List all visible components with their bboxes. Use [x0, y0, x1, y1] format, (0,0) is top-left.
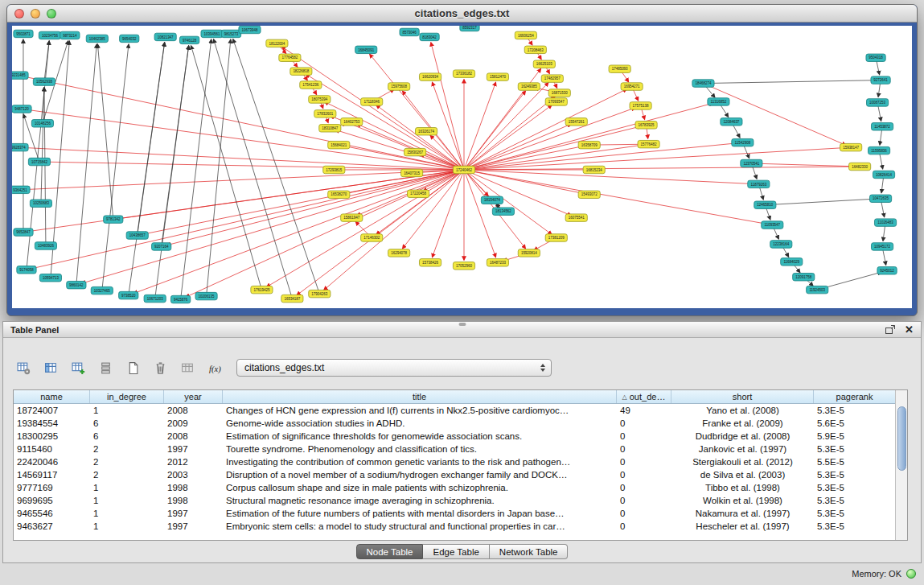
table-row[interactable]: 1830029562008Estimation of significance …	[14, 430, 907, 443]
table-chooser-dropdown[interactable]: citations_edges.txt	[236, 359, 552, 377]
column-header-year[interactable]: year	[164, 390, 223, 403]
graph-node[interactable]: 15975608	[388, 83, 410, 90]
graph-node[interactable]: 10148256	[31, 120, 53, 127]
graph-node[interactable]: 17093547	[545, 98, 567, 105]
graph-node[interactable]: 18226818	[290, 68, 312, 75]
graph-node[interactable]: 17240462	[453, 166, 474, 173]
graph-node[interactable]: 16538270	[328, 191, 350, 198]
graph-node[interactable]: 17118346	[361, 98, 383, 105]
graph-node[interactable]: 11924503	[807, 286, 828, 293]
graph-node[interactable]: 16936254	[515, 31, 536, 39]
graph-node[interactable]: 18075394	[309, 96, 331, 103]
graph-node[interactable]: 9654032	[120, 35, 139, 42]
graph-node[interactable]: 9746128	[179, 36, 199, 43]
graph-node[interactable]: 15830267	[405, 148, 426, 155]
column-header-name[interactable]: name	[14, 390, 90, 403]
graph-node[interactable]: 10394561	[201, 30, 223, 37]
graph-node[interactable]: 10562938	[33, 78, 55, 85]
function-builder-button[interactable]: f(x)	[204, 358, 225, 377]
graph-node[interactable]: 10826414	[873, 171, 894, 178]
graph-node[interactable]: 10671203	[144, 295, 166, 302]
table-row[interactable]: 2242004622012Investigating the contribut…	[14, 455, 907, 468]
graph-node[interactable]: 17220458	[408, 190, 429, 197]
graph-node[interactable]: 16249385	[518, 83, 540, 90]
graph-node[interactable]: 10234756	[39, 31, 60, 39]
graph-node[interactable]: 10087253	[867, 99, 889, 106]
graph-node[interactable]: 10821347	[154, 33, 176, 40]
column-header-in_degree[interactable]: in_degree	[90, 390, 164, 403]
graph-node[interactable]: 18122004	[266, 39, 288, 47]
graph-node[interactable]: 16487233	[487, 259, 508, 266]
graph-node[interactable]: 17293815	[323, 166, 345, 173]
graph-node[interactable]: 10945172	[871, 243, 893, 250]
network-canvas[interactable]: 1724046216815234154930721607554117381209…	[12, 26, 912, 308]
graph-node[interactable]: 16358709	[578, 141, 600, 148]
graph-node[interactable]: 17208463	[524, 46, 546, 53]
graph-node[interactable]: 9504318	[866, 54, 885, 61]
graph-node[interactable]: 10438657	[126, 232, 148, 239]
column-header-pagerank[interactable]: pagerank	[814, 390, 896, 403]
graph-node[interactable]: 17832601	[314, 110, 336, 117]
new-document-button[interactable]	[122, 358, 143, 377]
table-row[interactable]: 946554611997Estimation of the future num…	[14, 507, 907, 520]
graph-node[interactable]: 9738520	[119, 291, 138, 299]
graph-node[interactable]: 11684029	[781, 258, 803, 266]
graph-node[interactable]: 15920814	[518, 249, 540, 257]
graph-node[interactable]: 18310847	[319, 125, 341, 132]
import-table-button[interactable]	[68, 358, 88, 377]
graph-node[interactable]: 17336182	[453, 70, 474, 77]
split-drag-grip[interactable]	[458, 323, 466, 326]
graph-node[interactable]: 16625103	[533, 60, 555, 68]
table-settings-button[interactable]	[13, 358, 34, 377]
graph-node[interactable]: 11595836	[868, 146, 889, 154]
graph-node[interactable]: 16620934	[419, 73, 441, 80]
graph-node[interactable]: 15861947	[341, 214, 363, 221]
graph-node[interactable]: 9207164	[152, 243, 171, 250]
graph-node[interactable]: 11453872	[871, 123, 893, 130]
graph-node[interactable]: 16407315	[401, 169, 423, 176]
graph-node[interactable]: 17146302	[361, 234, 383, 241]
graph-node[interactable]: 15547261	[565, 118, 587, 126]
delete-table-button[interactable]	[150, 358, 170, 377]
float-panel-icon[interactable]	[885, 324, 896, 335]
column-header-short[interactable]: short	[671, 390, 814, 403]
graph-node[interactable]: 17764582	[279, 54, 301, 61]
graph-node[interactable]: 8183042	[420, 33, 439, 40]
graph-node[interactable]: 11879263	[748, 180, 770, 187]
graph-node[interactable]: 12084637	[721, 118, 742, 126]
graph-node[interactable]: 10462385	[86, 35, 108, 42]
graph-node[interactable]: 9174058	[17, 266, 36, 274]
graph-node[interactable]: 12091758	[793, 273, 815, 280]
graph-node[interactable]: 9815273	[221, 30, 240, 37]
scrollbar-thumb[interactable]	[897, 406, 906, 471]
graph-node[interactable]: 9873214	[60, 31, 80, 39]
close-window-button[interactable]	[14, 9, 24, 19]
graph-node[interactable]: 9860142	[67, 281, 86, 288]
graph-node[interactable]: 10673948	[239, 26, 261, 33]
graph-node[interactable]: 9928374	[12, 143, 28, 150]
minimize-window-button[interactable]	[31, 9, 40, 19]
graph-node[interactable]: 11542908	[732, 138, 754, 146]
graph-node[interactable]: 12465810	[754, 201, 776, 208]
graph-node[interactable]: 17619425	[251, 286, 273, 293]
window-titlebar[interactable]: citations_edges.txt	[7, 5, 917, 23]
graph-node[interactable]: 18154074	[481, 196, 503, 204]
merge-tables-button[interactable]	[177, 358, 198, 377]
tab-node-table[interactable]: Node Table	[356, 544, 424, 559]
graph-node[interactable]: 16783925	[635, 122, 657, 129]
graph-node[interactable]: 8592317	[460, 26, 479, 31]
tab-network-table[interactable]: Network Table	[490, 544, 569, 559]
graph-node[interactable]: 16075541	[565, 214, 587, 221]
graph-node[interactable]: 15776482	[638, 140, 659, 147]
table-row[interactable]: 946362711997Embryonic stem cells: a mode…	[14, 520, 907, 533]
graph-node[interactable]: 16294078	[388, 249, 410, 257]
graph-node[interactable]: 10206135	[195, 292, 217, 299]
graph-node[interactable]: 9487120	[12, 105, 31, 113]
table-row[interactable]: 1872400712008Changes of HCN gene express…	[14, 404, 907, 417]
graph-node[interactable]: 10594713	[39, 274, 61, 281]
graph-node[interactable]: 8573046	[400, 28, 419, 35]
graph-node[interactable]: 15938147	[840, 143, 862, 150]
graph-node[interactable]: 11093547	[762, 221, 783, 229]
table-scrollbar[interactable]	[895, 390, 907, 540]
graph-node[interactable]: 17541236	[300, 81, 322, 89]
